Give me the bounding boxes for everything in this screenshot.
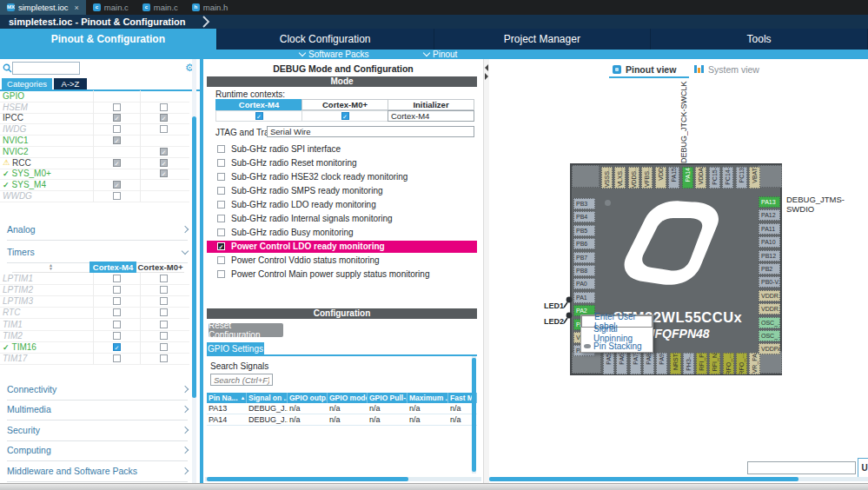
- pin-vfbs[interactable]: VFBS..: [641, 167, 653, 189]
- checkbox[interactable]: ✓: [160, 169, 168, 177]
- mcu-search-input[interactable]: [747, 461, 856, 474]
- checkbox[interactable]: ✓: [160, 114, 168, 122]
- pin-rfip[interactable]: RFI_P: [696, 353, 707, 374]
- checkbox[interactable]: ✓: [113, 343, 121, 351]
- table-cell[interactable]: n/a: [328, 414, 368, 426]
- pin-vddpa[interactable]: VDDPA: [759, 343, 780, 354]
- pin-vsss[interactable]: VSSS..: [601, 167, 613, 189]
- context-col-cortex-m0[interactable]: Cortex-M0+: [301, 99, 388, 110]
- pin-pb6[interactable]: PB6: [573, 238, 595, 249]
- col-header[interactable]: GPIO Pull-...: [368, 393, 407, 403]
- mode-option[interactable]: Sub-GHz radio Internal signals monitorin…: [207, 213, 477, 225]
- checkbox[interactable]: [217, 228, 225, 236]
- pin-pb0v[interactable]: PB0-V..: [759, 276, 780, 288]
- checkbox[interactable]: [160, 297, 168, 305]
- pin-vbat[interactable]: VBAT: [749, 167, 760, 189]
- checkbox[interactable]: [217, 145, 225, 153]
- checkbox[interactable]: [113, 354, 121, 362]
- table-cell[interactable]: n/a: [288, 403, 328, 414]
- pin-pb8[interactable]: PB8: [573, 265, 595, 276]
- mode-option[interactable]: Sub-GHz radio SPI interface: [207, 143, 477, 156]
- reset-configuration-button[interactable]: Reset Configuration: [209, 323, 283, 337]
- peripheral-row-rtc[interactable]: RTC: [0, 308, 189, 320]
- peripheral-row-wwdg[interactable]: WWDG: [0, 190, 189, 202]
- peripheral-row-lptim1[interactable]: LPTIM1: [0, 273, 189, 285]
- pin-pc15[interactable]: PC15-: [709, 167, 720, 189]
- pin-pa15[interactable]: PA15: [668, 167, 679, 189]
- checkbox[interactable]: ✓: [113, 159, 121, 167]
- table-cell[interactable]: PA14: [207, 414, 247, 426]
- jtag-combo[interactable]: [267, 126, 474, 137]
- checkbox[interactable]: [160, 286, 168, 294]
- checkbox[interactable]: ✓: [113, 181, 121, 189]
- section-analog[interactable]: Analog: [7, 219, 188, 241]
- section-timers[interactable]: Timers: [7, 242, 188, 263]
- col-header[interactable]: Pin Na...▲: [207, 393, 247, 403]
- pin-rfo[interactable]: RFO_...: [736, 353, 747, 374]
- peripheral-row-ipcc[interactable]: IPCC✓✓: [0, 113, 189, 125]
- table-scrollbar-thumb[interactable]: [472, 358, 476, 472]
- section-computing[interactable]: Computing: [7, 440, 188, 462]
- sort-icon[interactable]: ▲▼: [12, 262, 89, 273]
- table-cell[interactable]: n/a: [368, 403, 407, 414]
- menu-item-pin-stacking[interactable]: Pin Stacking: [581, 340, 653, 352]
- peripheral-row-tim1[interactable]: TIM1: [0, 319, 189, 331]
- table-cell[interactable]: DEBUG_J...: [247, 414, 288, 426]
- section-security[interactable]: Security: [7, 420, 188, 441]
- pin-rfin[interactable]: RFI_N: [709, 353, 720, 374]
- pin-osc[interactable]: OSC_...: [759, 317, 780, 328]
- pin-pb12[interactable]: PB12: [759, 250, 780, 262]
- checkbox[interactable]: [160, 354, 168, 362]
- checkbox[interactable]: [217, 173, 225, 181]
- editor-tab[interactable]: MXsimpletest.ioc×: [0, 0, 86, 15]
- checkbox[interactable]: ✓: [113, 114, 121, 122]
- pin-pb2[interactable]: PB2: [759, 263, 780, 275]
- pin-pa11[interactable]: PA11: [759, 223, 780, 235]
- section-middleware-and-software-packs[interactable]: Middleware and Software Packs: [7, 460, 188, 482]
- pin-vdd[interactable]: VDD: [655, 167, 666, 189]
- tab-a-to-z[interactable]: A->Z: [54, 78, 87, 89]
- nav-tab-project-manager[interactable]: Project Manager: [434, 29, 652, 50]
- mode-option[interactable]: ✓Power Control LDO ready monitoring: [207, 241, 477, 253]
- checkbox[interactable]: [217, 187, 225, 195]
- table-cell[interactable]: n/a: [407, 414, 448, 426]
- mode-option[interactable]: Sub-GHz radio Reset monitoring: [207, 157, 477, 169]
- pin-nrst[interactable]: NRST: [670, 353, 681, 374]
- collapse-right-icon[interactable]: [485, 73, 488, 80]
- mode-option[interactable]: Power Control Main power supply status m…: [207, 268, 477, 281]
- peripheral-row-nvic1[interactable]: NVIC1✓: [0, 135, 189, 147]
- cortex-m4-checkbox[interactable]: ✓: [255, 112, 263, 120]
- pin-pb3[interactable]: PB3: [573, 198, 595, 209]
- checkbox[interactable]: [160, 332, 168, 340]
- subnav-software-packs[interactable]: Software Packs: [300, 50, 368, 59]
- mode-option[interactable]: Sub-GHz radio SMPS ready monitoring: [207, 185, 477, 197]
- table-cell[interactable]: n/a: [407, 403, 448, 414]
- pin-pa5[interactable]: PA5: [603, 353, 614, 374]
- pin-pa9[interactable]: PA9: [656, 353, 667, 374]
- pin-pa10[interactable]: PA10: [759, 236, 780, 248]
- checkbox[interactable]: [113, 275, 121, 282]
- pin-pa0[interactable]: PA0: [573, 278, 595, 289]
- checkbox[interactable]: [113, 332, 121, 340]
- peripheral-row-sysm4[interactable]: ✓SYS_M4✓: [0, 179, 189, 191]
- mode-option[interactable]: Sub-GHz radio HSE32 clock ready monitori…: [207, 171, 477, 183]
- sidebar-scrollbar-thumb[interactable]: [192, 116, 196, 398]
- col-header[interactable]: GPIO outp...: [288, 393, 328, 403]
- collapse-left-icon[interactable]: [485, 64, 488, 71]
- sidebar-search-input[interactable]: [12, 62, 80, 75]
- pin-vrpa[interactable]: VR_PA: [749, 353, 760, 374]
- cortex-m0-checkbox[interactable]: ✓: [341, 112, 349, 120]
- checkbox[interactable]: ✓: [160, 148, 168, 156]
- checkbox[interactable]: [113, 308, 121, 316]
- pin-vddr[interactable]: VDDR..: [759, 303, 780, 315]
- checkbox[interactable]: [160, 275, 168, 282]
- checkbox[interactable]: [217, 270, 225, 278]
- checkbox[interactable]: [160, 343, 168, 351]
- table-cell[interactable]: PA13: [207, 403, 247, 414]
- pin-pa6[interactable]: PA6: [616, 353, 627, 374]
- checkbox[interactable]: [160, 321, 168, 328]
- tab-system-view[interactable]: System view: [694, 63, 759, 76]
- checkbox[interactable]: [217, 215, 225, 222]
- pin-pa7[interactable]: PA7: [630, 353, 641, 374]
- mode-option[interactable]: Sub-GHz radio Busy monitoring: [207, 227, 477, 239]
